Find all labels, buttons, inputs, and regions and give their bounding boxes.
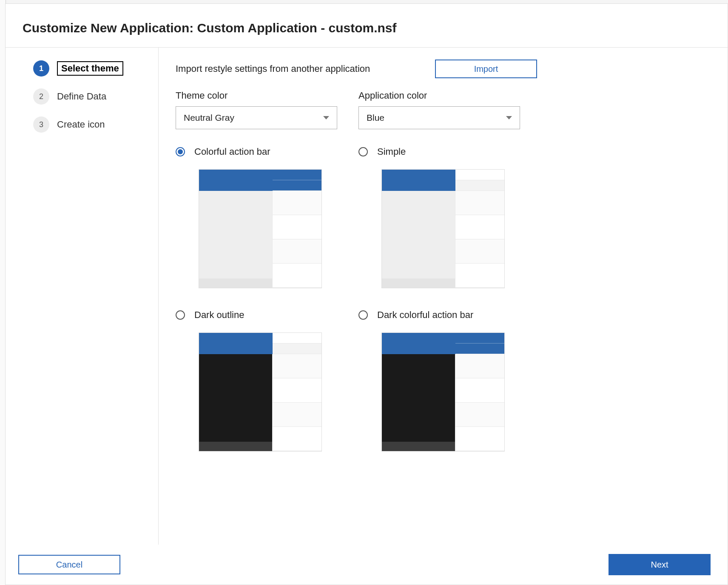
import-button[interactable]: Import xyxy=(435,60,537,78)
application-color-value: Blue xyxy=(367,113,384,123)
theme-option-simple: Simple xyxy=(358,146,541,288)
wizard-steps-sidebar: 1 Select theme 2 Define Data 3 Create ic… xyxy=(6,48,159,545)
dialog-footer: Cancel Next xyxy=(6,545,728,585)
theme-option-label: Simple xyxy=(377,146,406,157)
color-selectors-row: Theme color Neutral Gray Application col… xyxy=(176,90,711,129)
theme-radio-darkoutline[interactable]: Dark outline xyxy=(176,310,358,321)
step-label: Select theme xyxy=(57,61,123,76)
radio-icon xyxy=(176,310,185,320)
radio-icon xyxy=(358,147,368,156)
next-button[interactable]: Next xyxy=(609,554,711,575)
step-label: Define Data xyxy=(57,91,106,102)
step-select-theme[interactable]: 1 Select theme xyxy=(33,60,145,77)
theme-color-group: Theme color Neutral Gray xyxy=(176,90,337,129)
step-create-icon[interactable]: 3 Create icon xyxy=(33,116,145,133)
theme-option-label: Colorful action bar xyxy=(194,146,270,157)
customize-application-dialog: Customize New Application: Custom Applic… xyxy=(5,3,728,585)
theme-preview xyxy=(381,169,505,288)
content-area: Import restyle settings from another app… xyxy=(159,48,728,545)
chevron-down-icon xyxy=(323,116,329,119)
theme-radio-darkcolorful[interactable]: Dark colorful action bar xyxy=(358,310,541,321)
import-label: Import restyle settings from another app… xyxy=(176,63,370,74)
theme-option-darkcolorful: Dark colorful action bar xyxy=(358,310,541,452)
theme-option-label: Dark outline xyxy=(194,310,244,321)
theme-option-colorful: Colorful action bar xyxy=(176,146,358,288)
dialog-title: Customize New Application: Custom Applic… xyxy=(23,21,711,35)
radio-icon xyxy=(176,147,185,156)
step-number-badge: 2 xyxy=(33,88,49,105)
step-label: Create icon xyxy=(57,119,105,130)
theme-radio-simple[interactable]: Simple xyxy=(358,146,541,157)
theme-options-grid: Colorful action barSimpleDark outlineDar… xyxy=(176,146,711,452)
step-define-data[interactable]: 2 Define Data xyxy=(33,88,145,105)
import-section: Import restyle settings from another app… xyxy=(176,60,537,78)
theme-color-value: Neutral Gray xyxy=(184,113,234,123)
chevron-down-icon xyxy=(506,116,512,119)
step-number-badge: 1 xyxy=(33,60,49,77)
theme-option-label: Dark colorful action bar xyxy=(377,310,473,321)
theme-color-select[interactable]: Neutral Gray xyxy=(176,106,337,129)
theme-option-darkoutline: Dark outline xyxy=(176,310,358,452)
step-number-badge: 3 xyxy=(33,116,49,133)
radio-icon xyxy=(358,310,368,320)
theme-preview xyxy=(381,332,505,452)
theme-color-label: Theme color xyxy=(176,90,337,101)
theme-radio-colorful[interactable]: Colorful action bar xyxy=(176,146,358,157)
application-color-select[interactable]: Blue xyxy=(358,106,520,129)
theme-preview xyxy=(199,169,322,288)
application-color-label: Application color xyxy=(358,90,520,101)
dialog-header: Customize New Application: Custom Applic… xyxy=(6,4,728,48)
theme-preview xyxy=(199,332,322,452)
cancel-button[interactable]: Cancel xyxy=(18,555,120,574)
dialog-body: 1 Select theme 2 Define Data 3 Create ic… xyxy=(6,48,728,545)
application-color-group: Application color Blue xyxy=(358,90,520,129)
